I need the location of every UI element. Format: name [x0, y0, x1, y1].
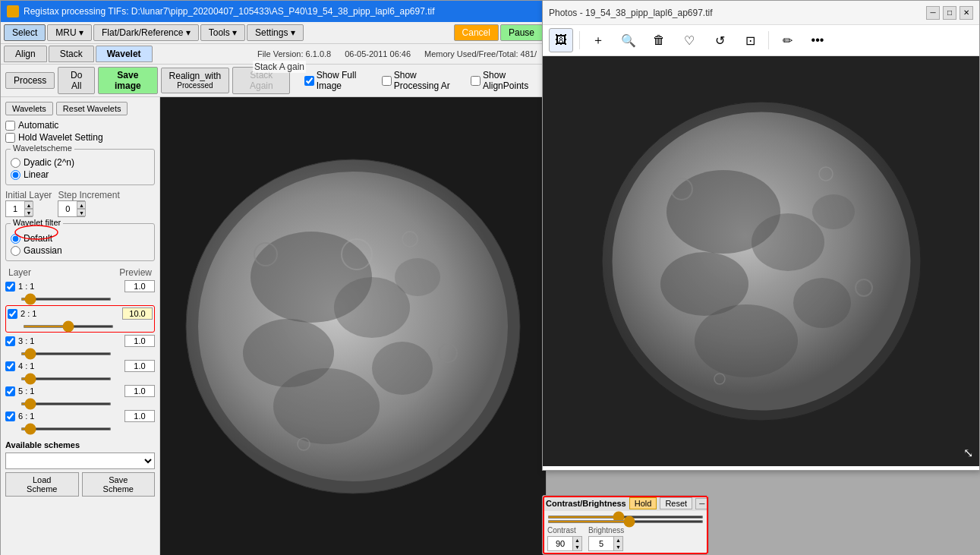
image-view-button[interactable]: 🖼: [549, 28, 573, 52]
minimize-button[interactable]: ─: [926, 6, 940, 20]
brightness-up[interactable]: ▲: [613, 537, 622, 544]
show-align-points-checkbox[interactable]: Show AlignPoints: [471, 70, 541, 91]
panel-header: Wavelets Reset Wavelets: [5, 102, 155, 115]
hold-wavelet-checkbox[interactable]: [5, 133, 15, 143]
layer-6-checkbox[interactable]: [5, 412, 15, 421]
layer-5-slider-row: [5, 397, 155, 408]
layer-6-main: 6 : 1: [5, 410, 155, 422]
initial-layer-up[interactable]: ▲: [24, 201, 33, 209]
window-title: Registax processing TIFs: D:\lunar7\pipp…: [24, 6, 435, 17]
contrast-value-input[interactable]: [548, 539, 572, 548]
contrast-label: Contrast: [547, 526, 576, 535]
app-icon: [7, 5, 19, 17]
brightness-slider[interactable]: [547, 520, 704, 523]
hold-button[interactable]: Hold: [629, 497, 657, 509]
layer-4-checkbox[interactable]: [5, 361, 15, 371]
add-button[interactable]: ＋: [586, 28, 610, 52]
layer-5-slider[interactable]: [20, 402, 112, 405]
contrast-up[interactable]: ▲: [572, 537, 581, 544]
layer-5-checkbox[interactable]: [5, 386, 15, 396]
settings-button[interactable]: Settings ▾: [247, 24, 304, 41]
tab-wavelet[interactable]: Wavelet: [96, 46, 153, 62]
mru-button[interactable]: MRU ▾: [47, 24, 92, 41]
layer-3-checkbox[interactable]: [5, 336, 15, 346]
heart-button[interactable]: ♡: [677, 28, 701, 52]
contrast-brightness-title: Contrast/Brightness: [546, 499, 626, 508]
initial-layer-spinbox[interactable]: ▲ ▼: [5, 200, 33, 217]
realign-button[interactable]: Realign_with Processed: [161, 68, 230, 93]
layer-row-6: 6 : 1: [5, 410, 155, 433]
refresh-button[interactable]: ↺: [707, 28, 732, 52]
layer-3-value[interactable]: [124, 335, 155, 347]
toolbar-sep-2: [768, 31, 769, 49]
close-button[interactable]: ✕: [960, 6, 973, 20]
svg-point-8: [395, 258, 440, 296]
photos-moon-image: [598, 79, 925, 443]
linear-radio[interactable]: [11, 170, 20, 180]
automatic-checkbox[interactable]: [5, 121, 15, 131]
step-increment-up[interactable]: ▲: [77, 201, 86, 209]
layer-1-checkbox[interactable]: [5, 282, 15, 292]
expand-icon[interactable]: ⤡: [963, 446, 973, 460]
layer-2-slider[interactable]: [23, 325, 114, 328]
delete-button[interactable]: 🗑: [647, 28, 671, 52]
layer-1-value[interactable]: [124, 280, 155, 292]
layer-4-value[interactable]: [124, 360, 155, 372]
minimize-contrast-button[interactable]: ─: [695, 498, 708, 509]
layer-row-1: 1 : 1: [5, 280, 155, 303]
layer-6-slider[interactable]: [20, 427, 112, 430]
zoom-out-button[interactable]: 🔍: [616, 28, 641, 52]
brightness-slider-row: [547, 520, 704, 523]
do-all-button[interactable]: Do All: [58, 67, 95, 94]
gaussian-radio[interactable]: [11, 246, 20, 256]
contrast-field: Contrast ▲ ▼: [547, 526, 582, 551]
flat-dark-button[interactable]: Flat/Dark/Reference ▾: [93, 24, 199, 41]
layer-6-value[interactable]: [124, 410, 155, 422]
brightness-label: Brightness: [588, 526, 624, 535]
schemes-dropdown[interactable]: [5, 453, 155, 469]
layer-5-value[interactable]: [124, 385, 155, 397]
contrast-down[interactable]: ▼: [572, 544, 581, 550]
layer-1-slider[interactable]: [20, 298, 112, 301]
layer-3-slider[interactable]: [20, 352, 112, 355]
automatic-row: Automatic: [5, 120, 155, 131]
tab-align[interactable]: Align: [4, 46, 47, 62]
initial-layer-label: Initial Layer: [5, 190, 52, 200]
save-scheme-button[interactable]: SaveScheme: [82, 472, 156, 497]
crop-button[interactable]: ⊡: [738, 28, 762, 52]
load-scheme-button[interactable]: LoadScheme: [5, 472, 79, 497]
tools-button[interactable]: Tools ▾: [200, 24, 245, 41]
process-button[interactable]: Process: [5, 72, 55, 89]
initial-layer-down[interactable]: ▼: [24, 209, 33, 216]
dyadic-radio[interactable]: [11, 158, 20, 168]
cancel-button[interactable]: Cancel: [454, 24, 499, 41]
preview-col-header: Preview: [119, 267, 152, 278]
show-processing-checkbox[interactable]: Show Processing Ar: [382, 70, 462, 91]
save-image-button[interactable]: Save image: [98, 67, 157, 94]
maximize-button[interactable]: □: [943, 6, 956, 20]
step-increment-down[interactable]: ▼: [77, 209, 86, 216]
show-full-image-checkbox[interactable]: Show Full Image: [304, 70, 373, 91]
initial-layer-input[interactable]: [6, 204, 24, 213]
brightness-value-input[interactable]: [589, 539, 613, 548]
layer-2-checkbox[interactable]: [8, 309, 17, 319]
step-increment-spinbox[interactable]: ▲ ▼: [58, 200, 85, 217]
edit-button[interactable]: ✏: [775, 28, 799, 52]
hold-wavelet-row: Hold Wavelet Setting: [5, 132, 155, 143]
layer-2-value[interactable]: [122, 307, 153, 320]
step-increment-input[interactable]: [58, 204, 77, 213]
photos-window-controls: ─ □ ✕: [926, 6, 973, 20]
stack-again-button[interactable]: Stack Again: [232, 67, 290, 94]
tab-stack[interactable]: Stack: [49, 46, 94, 62]
reset-button[interactable]: Reset: [660, 497, 692, 509]
reset-wavelets-button[interactable]: Reset Wavelets: [56, 102, 128, 115]
photos-title: Photos - 19_54_38_pipp_lapl6_ap697.tif: [549, 8, 926, 18]
select-button[interactable]: Select: [4, 24, 46, 41]
pause-button[interactable]: Pause: [500, 24, 543, 41]
more-button[interactable]: •••: [805, 28, 830, 52]
brightness-down[interactable]: ▼: [613, 544, 622, 550]
main-content: Wavelets Reset Wavelets Automatic Hold W…: [1, 97, 546, 555]
svg-point-7: [372, 342, 433, 395]
wavelets-button[interactable]: Wavelets: [5, 102, 53, 115]
layer-4-slider[interactable]: [20, 377, 112, 380]
